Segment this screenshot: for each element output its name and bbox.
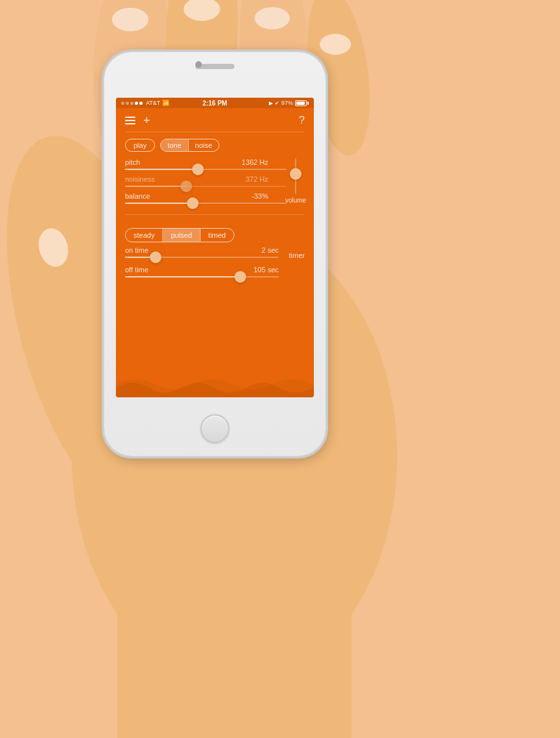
help-button[interactable]: ? xyxy=(299,115,305,126)
status-bar-right: ▶ ✔ 97% xyxy=(269,100,309,106)
noisiness-thumb[interactable] xyxy=(180,180,192,192)
noisiness-section: noisiness 372 Hz xyxy=(125,175,287,187)
pitch-label: pitch xyxy=(125,158,140,166)
mode-selector: steady pulsed timed xyxy=(125,228,234,242)
off-time-thumb[interactable] xyxy=(234,271,246,283)
section-divider xyxy=(125,214,305,215)
timer-section: on time 2 sec timer xyxy=(125,246,305,277)
sound-controls-row: play tone noise xyxy=(125,136,305,154)
home-button[interactable] xyxy=(201,414,229,443)
app-content: + ? play tone noise xyxy=(116,108,314,397)
signal-dots xyxy=(121,102,143,105)
battery-icon xyxy=(295,100,309,106)
balance-slider[interactable] xyxy=(125,203,287,204)
volume-slider[interactable] xyxy=(295,158,296,194)
phone-camera xyxy=(195,61,202,68)
off-time-slider[interactable] xyxy=(125,276,279,277)
on-time-thumb[interactable] xyxy=(150,251,161,263)
balance-section: balance -33% xyxy=(125,192,287,204)
off-time-label-row: off time 105 sec xyxy=(125,266,305,274)
play-button[interactable]: play xyxy=(125,139,155,152)
balance-value: -33% xyxy=(251,192,268,200)
on-time-slider[interactable] xyxy=(125,257,279,258)
balance-label-row: balance -33% xyxy=(125,192,287,200)
off-time-label: off time xyxy=(125,266,148,274)
volume-container: volume xyxy=(287,158,305,204)
timed-button[interactable]: timed xyxy=(201,229,234,242)
add-button[interactable]: + xyxy=(143,115,150,126)
noisiness-slider[interactable] xyxy=(125,186,287,187)
content-area: AT&T 📶 2:16 PM ▶ ✔ 97% xyxy=(0,0,560,738)
wave-decoration xyxy=(116,371,314,397)
app-header: + ? xyxy=(125,113,305,128)
status-bar-left: AT&T 📶 xyxy=(121,100,169,106)
signal-dot-4 xyxy=(135,102,138,105)
hamburger-line-2 xyxy=(125,120,135,121)
header-left: + xyxy=(125,115,150,126)
carrier-label: AT&T xyxy=(146,100,160,106)
phone-top-area xyxy=(104,52,326,69)
sliders-content: pitch 1362 Hz xyxy=(125,158,287,204)
location-icon: ▶ xyxy=(269,100,273,106)
pitch-label-row: pitch 1362 Hz xyxy=(125,158,287,166)
signal-dot-1 xyxy=(121,102,124,105)
pitch-section: pitch 1362 Hz xyxy=(125,158,287,170)
balance-label: balance xyxy=(125,192,150,200)
status-bar: AT&T 📶 2:16 PM ▶ ✔ 97% xyxy=(116,98,314,108)
timer-label: timer xyxy=(289,251,305,259)
scene: AT&T 📶 2:16 PM ▶ ✔ 97% xyxy=(0,0,560,738)
tone-button[interactable]: tone xyxy=(161,139,188,151)
balance-thumb[interactable] xyxy=(187,197,199,209)
noise-button[interactable]: noise xyxy=(189,139,219,151)
signal-dot-2 xyxy=(126,102,129,105)
noisiness-label: noisiness xyxy=(125,175,155,183)
pitch-slider[interactable] xyxy=(125,169,287,170)
hamburger-line-3 xyxy=(125,123,135,124)
on-time-label: on time xyxy=(125,246,148,254)
pitch-value: 1362 Hz xyxy=(242,158,268,166)
off-time-value: 105 sec xyxy=(253,266,279,274)
status-time: 2:16 PM xyxy=(203,100,227,107)
mode-section: steady pulsed timed on time 2 xyxy=(125,228,305,277)
pulsed-button[interactable]: pulsed xyxy=(163,229,200,242)
bluetooth-icon: ✔ xyxy=(275,100,279,106)
signal-dot-3 xyxy=(130,102,133,105)
steady-button[interactable]: steady xyxy=(126,229,163,242)
on-time-value: 2 sec xyxy=(262,246,279,254)
pitch-thumb[interactable] xyxy=(192,163,204,175)
noisiness-label-row: noisiness 372 Hz xyxy=(125,175,287,183)
main-sliders: pitch 1362 Hz xyxy=(125,158,305,204)
volume-label: volume xyxy=(285,197,306,204)
header-divider xyxy=(125,132,305,132)
phone-body: AT&T 📶 2:16 PM ▶ ✔ 97% xyxy=(104,52,326,456)
wifi-icon: 📶 xyxy=(162,100,169,106)
phone-screen: AT&T 📶 2:16 PM ▶ ✔ 97% xyxy=(116,98,314,397)
on-time-section: on time 2 sec xyxy=(125,246,305,258)
spacer-2 xyxy=(125,219,305,221)
tone-noise-group: tone noise xyxy=(160,139,219,152)
hamburger-line-1 xyxy=(125,117,135,118)
phone: AT&T 📶 2:16 PM ▶ ✔ 97% xyxy=(104,52,326,456)
signal-dot-5 xyxy=(139,102,143,105)
spacer xyxy=(125,208,305,210)
volume-thumb[interactable] xyxy=(290,168,301,180)
battery-percent: 97% xyxy=(281,100,293,106)
off-time-section: off time 105 sec xyxy=(125,266,305,277)
noisiness-value: 372 Hz xyxy=(245,175,268,183)
menu-button[interactable] xyxy=(125,117,135,124)
